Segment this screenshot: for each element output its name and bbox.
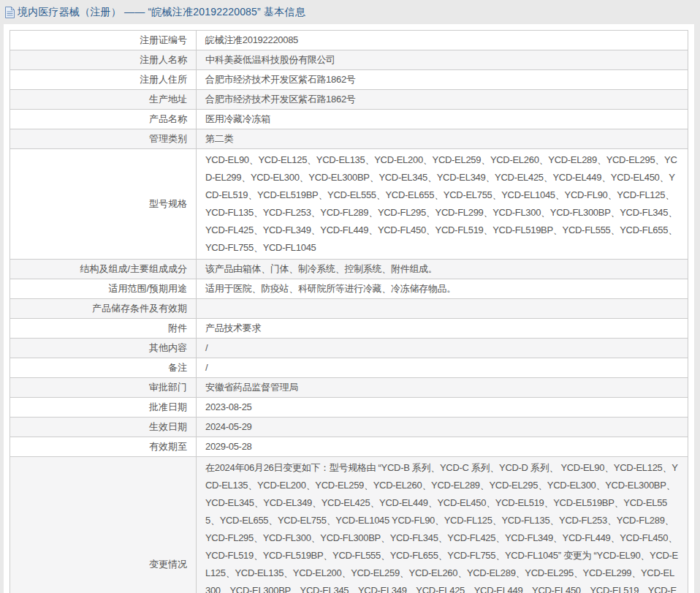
field-value: 2023-08-25 (197, 398, 688, 418)
table-row: 注册人名称 中科美菱低温科技股份有限公司 (10, 50, 688, 70)
field-label: 生效日期 (10, 418, 197, 437)
table-row: 生产地址 合肥市经济技术开发区紫石路1862号 (10, 90, 688, 110)
content-panel: 注册证编号 皖械注准20192220085 注册人名称 中科美菱低温科技股份有限… (4, 24, 694, 593)
field-value: 安徽省药品监督管理局 (197, 378, 688, 398)
field-value: 第二类 (197, 129, 688, 149)
table-row: 有效期至 2029-05-28 (10, 437, 688, 457)
field-value: 2024-05-29 (197, 418, 688, 437)
field-value (197, 299, 688, 319)
field-value: 医用冷藏冷冻箱 (197, 110, 688, 129)
field-value: 中科美菱低温科技股份有限公司 (197, 50, 688, 70)
field-value: YCD-EL90、YCD-EL125、YCD-EL135、YCD-EL200、Y… (197, 149, 688, 260)
table-row: 注册人住所 合肥市经济技术开发区紫石路1862号 (10, 70, 688, 90)
field-value: / (197, 339, 688, 358)
field-label: 产品储存条件及有效期 (10, 299, 197, 319)
table-row: 管理类别 第二类 (10, 129, 688, 149)
table-row: 注册证编号 皖械注准20192220085 (10, 31, 688, 50)
field-value: 合肥市经济技术开发区紫石路1862号 (197, 70, 688, 90)
field-label: 备注 (10, 358, 197, 378)
page-title: 境内医疗器械（注册） —— “皖械注准20192220085” 基本信息 (18, 6, 305, 19)
field-label: 注册人名称 (10, 50, 197, 70)
table-row: 批准日期 2023-08-25 (10, 398, 688, 418)
field-value: 适用于医院、防疫站、科研院所等进行冷藏、冷冻储存物品。 (197, 279, 688, 299)
field-label: 注册人住所 (10, 70, 197, 90)
table-row: 审批部门 安徽省药品监督管理局 (10, 378, 688, 398)
field-label: 生产地址 (10, 90, 197, 110)
field-value: 合肥市经济技术开发区紫石路1862号 (197, 90, 688, 110)
table-row: 适用范围/预期用途 适用于医院、防疫站、科研院所等进行冷藏、冷冻储存物品。 (10, 279, 688, 299)
field-label: 附件 (10, 319, 197, 339)
field-label: 适用范围/预期用途 (10, 279, 197, 299)
field-label: 管理类别 (10, 129, 197, 149)
field-label: 产品名称 (10, 110, 197, 129)
field-label: 注册证编号 (10, 31, 197, 50)
document-icon (4, 7, 15, 18)
table-row: 生效日期 2024-05-29 (10, 418, 688, 437)
field-label: 型号规格 (10, 149, 197, 260)
table-row: 其他内容 / (10, 339, 688, 358)
field-label: 其他内容 (10, 339, 197, 358)
field-value: 产品技术要求 (197, 319, 688, 339)
table-row: 型号规格 YCD-EL90、YCD-EL125、YCD-EL135、YCD-EL… (10, 149, 688, 260)
page-header: 境内医疗器械（注册） —— “皖械注准20192220085” 基本信息 (0, 0, 700, 24)
table-row: 附件 产品技术要求 (10, 319, 688, 339)
field-label: 变更情况 (10, 457, 197, 593)
table-row: 备注 / (10, 358, 688, 378)
field-value: / (197, 358, 688, 378)
table-row: 变更情况 在2024年06月26日变更如下：型号规格由 “YCD-B 系列、YC… (10, 457, 688, 593)
field-value: 该产品由箱体、门体、制冷系统、控制系统、附件组成。 (197, 260, 688, 279)
field-label: 审批部门 (10, 378, 197, 398)
info-table: 注册证编号 皖械注准20192220085 注册人名称 中科美菱低温科技股份有限… (9, 30, 688, 593)
field-label: 批准日期 (10, 398, 197, 418)
field-label: 结构及组成/主要组成成分 (10, 260, 197, 279)
table-row: 结构及组成/主要组成成分 该产品由箱体、门体、制冷系统、控制系统、附件组成。 (10, 260, 688, 279)
table-row: 产品储存条件及有效期 (10, 299, 688, 319)
field-label: 有效期至 (10, 437, 197, 457)
field-value: 在2024年06月26日变更如下：型号规格由 “YCD-B 系列、YCD-C 系… (197, 457, 688, 593)
field-value: 皖械注准20192220085 (197, 31, 688, 50)
page: 境内医疗器械（注册） —— “皖械注准20192220085” 基本信息 注册证… (0, 0, 700, 593)
field-value: 2029-05-28 (197, 437, 688, 457)
table-row: 产品名称 医用冷藏冷冻箱 (10, 110, 688, 129)
